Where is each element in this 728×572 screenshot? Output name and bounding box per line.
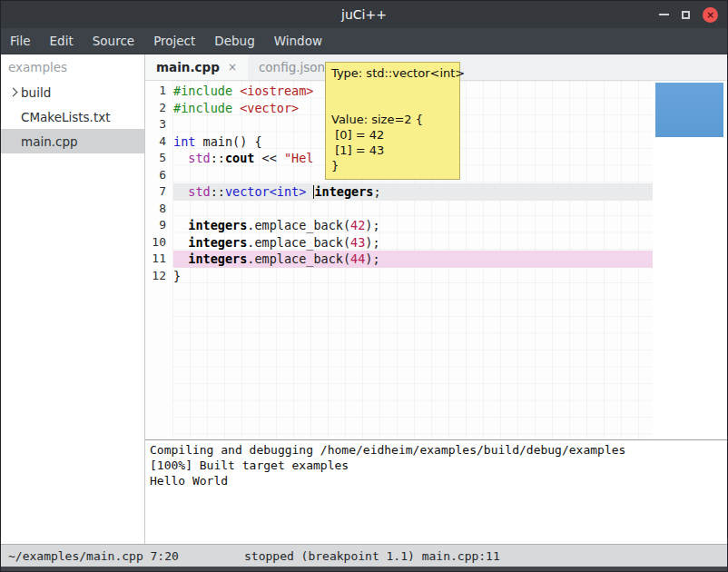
- tab-label: config.json: [259, 60, 325, 74]
- line-number[interactable]: 4: [145, 133, 166, 151]
- file-tree-sidebar: examples buildCMakeLists.txtmain.cpp: [1, 54, 145, 544]
- menu-source[interactable]: Source: [93, 34, 134, 48]
- line-number[interactable]: 11: [145, 251, 166, 268]
- line-number[interactable]: 12: [145, 268, 166, 285]
- tooltip-line: [0] = 42: [331, 127, 454, 143]
- tooltip-line: [1] = 43: [331, 143, 454, 158]
- status-bar: ~/examples/main.cpp 7:20 stopped (breakp…: [1, 544, 727, 567]
- close-button[interactable]: ×: [703, 7, 718, 23]
- code-line-7[interactable]: std::vector<int> integers;: [173, 183, 653, 201]
- tooltip-line: [331, 96, 454, 112]
- sidebar-item-build[interactable]: build: [1, 80, 144, 104]
- tooltip-line: }: [331, 158, 454, 173]
- tooltip-line: [331, 81, 454, 96]
- expander-icon[interactable]: [6, 89, 21, 95]
- line-number[interactable]: 5: [145, 150, 166, 167]
- output-panel: Compiling and debugging /home/eidheim/ex…: [145, 439, 727, 544]
- scrollbar-area[interactable]: [653, 81, 727, 439]
- tab-label: main.cpp: [156, 60, 220, 74]
- line-number[interactable]: 2: [145, 100, 166, 117]
- code-line-9[interactable]: integers.emplace_back(42);: [173, 217, 653, 234]
- window-bottom-edge: [1, 567, 727, 571]
- sidebar-item-label: main.cpp: [21, 134, 78, 149]
- debug-value-tooltip: Type: std::vector<int>Value: size=2 { [0…: [325, 62, 460, 180]
- line-number[interactable]: 7: [145, 183, 166, 201]
- scroll-map-block[interactable]: [655, 83, 723, 137]
- line-number-gutter[interactable]: 123456789101112: [145, 81, 172, 439]
- tooltip-line: Value: size=2 {: [331, 112, 454, 127]
- menu-debug[interactable]: Debug: [214, 34, 254, 48]
- output-line: [100%] Built target examples: [150, 458, 723, 473]
- titlebar: juCi++ ×: [1, 1, 727, 28]
- sidebar-items: buildCMakeLists.txtmain.cpp: [1, 80, 144, 153]
- menubar: FileEditSourceProjectDebugWindow: [1, 28, 727, 54]
- maximize-icon: [682, 11, 690, 19]
- menu-edit[interactable]: Edit: [50, 34, 74, 48]
- line-number[interactable]: 6: [145, 167, 166, 184]
- output-line: Hello World: [150, 473, 723, 488]
- chevron-right-icon: [8, 88, 17, 97]
- maximize-button[interactable]: [682, 11, 690, 19]
- window-title: juCi++: [341, 7, 387, 22]
- sidebar-item-cmakelists-txt[interactable]: CMakeLists.txt: [1, 104, 144, 129]
- line-number[interactable]: 10: [145, 234, 166, 251]
- code-line-8[interactable]: [173, 201, 653, 218]
- code-line-12[interactable]: }: [173, 268, 653, 285]
- sidebar-item-label: CMakeLists.txt: [21, 110, 111, 124]
- sidebar-item-label: build: [21, 85, 51, 100]
- status-file-position: ~/examples/main.cpp 7:20: [8, 549, 179, 563]
- line-number[interactable]: 3: [145, 116, 166, 133]
- code-line-11[interactable]: integers.emplace_back(44);: [173, 251, 653, 268]
- menu-window[interactable]: Window: [274, 34, 322, 48]
- app-window: juCi++ × FileEditSourceProjectDebugWindo…: [0, 0, 728, 572]
- line-number[interactable]: 8: [145, 201, 166, 218]
- tab-main-cpp[interactable]: main.cpp×: [145, 54, 248, 80]
- minimize-button[interactable]: [659, 14, 669, 15]
- minimize-icon: [659, 14, 669, 15]
- sidebar-header: examples: [1, 54, 144, 80]
- sidebar-item-main-cpp[interactable]: main.cpp: [1, 129, 144, 153]
- menu-project[interactable]: Project: [153, 34, 195, 48]
- window-controls: ×: [659, 1, 718, 28]
- line-number[interactable]: 1: [145, 83, 166, 100]
- code-line-10[interactable]: integers.emplace_back(43);: [173, 234, 653, 251]
- tab-close-icon[interactable]: ×: [228, 61, 237, 74]
- output-line: Compiling and debugging /home/eidheim/ex…: [150, 442, 723, 458]
- tooltip-line: Type: std::vector<int>: [331, 65, 454, 81]
- line-number[interactable]: 9: [145, 217, 166, 234]
- menu-file[interactable]: File: [10, 34, 31, 48]
- status-debug-state: stopped (breakpoint 1.1) main.cpp:11: [244, 549, 500, 563]
